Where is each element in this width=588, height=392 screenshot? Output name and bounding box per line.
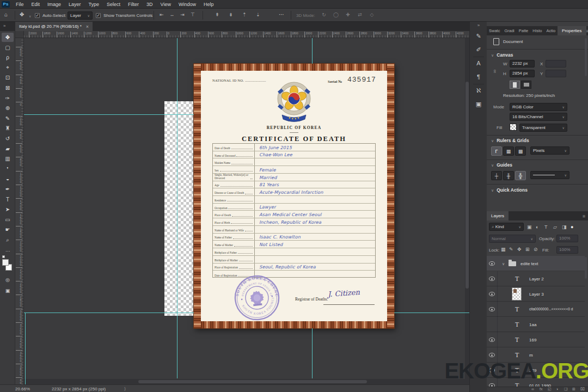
portrait-orientation-button[interactable] xyxy=(510,81,520,89)
layer-row[interactable]: Layer 3 xyxy=(487,286,585,302)
dodge-tool[interactable]: ◒ xyxy=(2,174,14,183)
field-value[interactable]: Acute-Myocardial Infarction xyxy=(255,188,375,195)
layer-name[interactable]: 1aa xyxy=(529,322,536,327)
visibility-toggle[interactable] xyxy=(489,338,495,342)
field-value[interactable]: 6th June 2015 xyxy=(255,144,375,151)
close-tab-icon[interactable]: × xyxy=(86,24,89,29)
canvas-area[interactable]: NATIONAL ID NO. .................... Ser… xyxy=(24,38,469,384)
visibility-toggle[interactable] xyxy=(489,307,495,312)
field-value[interactable] xyxy=(255,256,375,263)
menu-layer[interactable]: Layer xyxy=(65,0,85,9)
filter-smart-objects-icon[interactable]: ◨ xyxy=(562,224,567,230)
tab-patte[interactable]: Patte xyxy=(517,28,531,33)
filter-toggle-icon[interactable]: ● xyxy=(571,224,573,230)
field-value[interactable]: Married xyxy=(255,174,375,181)
tab-gradi[interactable]: Gradi xyxy=(502,28,516,33)
tab-histo[interactable]: Histo xyxy=(530,28,544,33)
bit-depth-select[interactable]: 16 Bits/Channel∨ xyxy=(510,113,567,121)
guide-vertical[interactable] xyxy=(25,313,26,384)
field-value[interactable] xyxy=(255,196,375,203)
layer-name[interactable]: edite text xyxy=(520,261,538,266)
quick-mask-icon[interactable]: ◎ xyxy=(2,275,14,284)
menu-type[interactable]: Type xyxy=(85,0,103,9)
layer-name[interactable]: Layer 2 xyxy=(529,277,544,281)
guide-horizontal[interactable] xyxy=(394,313,469,313)
rulers-grids-section-header[interactable]: ∨Rulers & Grids xyxy=(491,138,529,143)
field-value[interactable]: Asan Medical Center Seoul xyxy=(255,211,375,218)
pen-tool[interactable]: ✒ xyxy=(2,185,14,194)
layer-name[interactable]: Layer 3 xyxy=(529,292,544,297)
object-selection-tool[interactable]: ⌖ xyxy=(2,63,14,72)
field-value[interactable]: Seoul, Republic of Korea xyxy=(255,264,375,271)
visibility-toggle[interactable] xyxy=(489,292,495,297)
filter-type-layers-icon[interactable]: T xyxy=(544,224,548,230)
rulers-toggle-icon[interactable]: Γ xyxy=(491,146,502,156)
visibility-toggle[interactable] xyxy=(489,261,495,266)
collapse-panels-icon[interactable]: » xyxy=(470,23,487,28)
path-selection-tool[interactable]: ➤ xyxy=(2,205,14,214)
move-tool[interactable]: ✥ xyxy=(2,33,14,42)
menu-help[interactable]: Help xyxy=(200,0,218,9)
layer-filter-select[interactable]: ⌕ Kind∨ xyxy=(489,223,524,231)
zoom-tool[interactable]: ⌕ xyxy=(2,235,14,244)
visibility-toggle[interactable] xyxy=(489,353,495,358)
properties-scrollbar[interactable] xyxy=(585,38,587,76)
color-mode-select[interactable]: RGB Color∨ xyxy=(510,103,567,111)
more-tools-icon[interactable]: ⋯ xyxy=(2,247,14,256)
lock-guides-icon[interactable]: ╬ xyxy=(515,171,526,180)
layers-scrollbar[interactable] xyxy=(585,257,587,279)
paragraph-panel-icon[interactable]: ¶ xyxy=(470,74,487,80)
distribute-bottom-edges-icon[interactable]: ⇡ xyxy=(241,12,248,17)
align-right-edges-icon[interactable]: ⇥ xyxy=(179,12,186,17)
width-field[interactable]: 2232 px xyxy=(510,60,535,68)
guide-style-select[interactable]: ∨ xyxy=(530,171,569,179)
lock-transparent-pixels-icon[interactable]: ▦ xyxy=(501,247,506,252)
brush-settings-panel-icon[interactable]: ✎ xyxy=(470,33,487,40)
type-tool[interactable]: T xyxy=(2,195,14,204)
eraser-tool[interactable]: ▰ xyxy=(2,144,14,154)
guide-horizontal[interactable] xyxy=(24,313,194,313)
panel-menu-icon[interactable]: ≡ xyxy=(586,28,588,34)
pixel-grid-toggle-icon[interactable]: ▩ xyxy=(515,146,526,156)
layer-row[interactable]: TLayer 2 xyxy=(487,271,585,286)
layer-name[interactable]: m xyxy=(529,353,533,358)
hand-tool[interactable]: ☛ xyxy=(2,225,14,234)
filter-pixel-layers-icon[interactable]: ▣ xyxy=(527,224,532,230)
fill-select[interactable]: Transparent∨ xyxy=(519,124,567,132)
menu-view[interactable]: View xyxy=(157,0,175,9)
guides-section-header[interactable]: ∨Guides xyxy=(491,162,512,168)
field-value[interactable]: Isaac C. Knowlton xyxy=(255,234,375,241)
quick-actions-section-header[interactable]: ∨Quick Actions xyxy=(491,187,528,193)
layer-name[interactable]: 169 xyxy=(529,338,536,342)
ruler-units-select[interactable]: Pixels∨ xyxy=(530,146,569,155)
lock-position-icon[interactable]: ✥ xyxy=(517,247,522,252)
frame-tool[interactable]: ⊠ xyxy=(2,83,14,93)
tab-swatc[interactable]: Swatc xyxy=(487,28,502,33)
eyedropper-tool[interactable]: ✑ xyxy=(2,94,14,103)
menu-file[interactable]: File xyxy=(12,0,28,9)
menu-edit[interactable]: Edit xyxy=(28,0,44,9)
layer-mask-icon[interactable]: ◱ xyxy=(548,387,552,391)
healing-brush-tool[interactable]: ⊕ xyxy=(2,103,14,113)
align-top-edges-icon[interactable]: ⊤ xyxy=(189,12,197,17)
layer-row[interactable]: ∨edite text xyxy=(487,256,585,271)
toolbar-expand-icon[interactable]: » xyxy=(3,23,5,28)
tab-actio[interactable]: Actio xyxy=(544,28,558,33)
libraries-panel-icon[interactable]: ▣ xyxy=(470,101,487,108)
visibility-toggle[interactable] xyxy=(489,322,495,327)
field-value[interactable]: Female xyxy=(255,166,375,173)
link-layers-icon[interactable]: ∞ xyxy=(531,387,534,391)
marquee-tool[interactable]: ▢ xyxy=(2,43,14,52)
transparent-layer-region[interactable] xyxy=(164,101,194,316)
lasso-tool[interactable]: ρ xyxy=(2,53,14,62)
clone-stamp-tool[interactable]: ♜ xyxy=(2,124,14,133)
layer-name[interactable]: cita0000000...<<<<<<<<0 d xyxy=(529,307,573,311)
brush-tool[interactable]: ✎ xyxy=(2,114,14,123)
menu-window[interactable]: Window xyxy=(175,0,200,9)
field-value[interactable]: Chae-Won Lee xyxy=(255,151,375,158)
vertical-ruler[interactable]: 8006004002000200400600800100012001400160… xyxy=(15,38,24,384)
delete-layer-icon[interactable]: ⌧ xyxy=(580,387,585,391)
status-options-chevron-icon[interactable]: ⟩ xyxy=(124,387,126,391)
field-value[interactable] xyxy=(255,158,375,166)
history-brush-tool[interactable]: ↺ xyxy=(2,134,14,143)
